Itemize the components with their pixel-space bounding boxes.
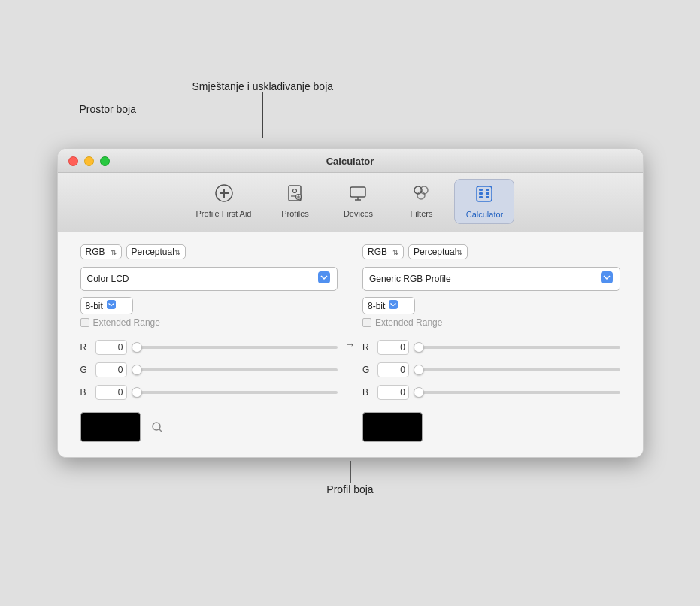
window-controls — [68, 156, 110, 166]
left-slider-r: R 0 — [80, 340, 338, 355]
svg-rect-27 — [601, 271, 613, 283]
svg-rect-19 — [479, 192, 483, 195]
right-g-value[interactable]: 0 — [377, 362, 409, 377]
right-sliders: R 0 G 0 — [362, 340, 620, 400]
left-g-value[interactable]: 0 — [95, 362, 127, 377]
profiles-icon — [285, 183, 305, 208]
right-r-thumb[interactable] — [414, 342, 424, 353]
right-colorspace-chevron: ⇅ — [392, 248, 398, 256]
panels-container: RGB ⇅ Perceptual ⇅ Color LCD — [73, 244, 628, 442]
left-slider-g: G 0 — [80, 362, 338, 377]
right-color-swatch — [362, 412, 423, 442]
left-bitdepth-chevron — [106, 299, 117, 312]
tab-devices[interactable]: Devices — [328, 179, 388, 224]
svg-rect-28 — [389, 300, 398, 309]
svg-rect-22 — [486, 196, 489, 198]
right-b-track[interactable] — [414, 391, 620, 394]
left-bitdepth-select[interactable]: 8-bit — [80, 297, 133, 314]
right-rendering-select[interactable]: Perceptual ⇅ — [408, 244, 468, 259]
right-bitdepth-select[interactable]: 8-bit — [362, 297, 415, 314]
left-extended-range: Extended Range — [80, 317, 338, 328]
right-r-label: R — [362, 342, 373, 353]
tab-label-calculator: Calculator — [466, 210, 504, 219]
left-slider-b: B 0 — [80, 385, 338, 400]
right-r-value[interactable]: 0 — [377, 340, 409, 355]
profile-first-aid-icon — [214, 183, 234, 208]
right-r-track[interactable] — [414, 346, 620, 349]
tab-label-profiles: Profiles — [281, 209, 309, 218]
left-r-value[interactable]: 0 — [95, 340, 127, 355]
minimize-button[interactable] — [84, 156, 94, 166]
left-sliders: R 0 G 0 — [80, 340, 338, 400]
right-b-value[interactable]: 0 — [377, 385, 409, 400]
toolbar: Profile First Aid Profiles — [58, 173, 643, 232]
left-search-button[interactable] — [148, 418, 166, 436]
tab-profiles[interactable]: Profiles — [265, 179, 325, 224]
left-g-thumb[interactable] — [132, 365, 142, 375]
left-g-track[interactable] — [132, 368, 338, 371]
right-g-thumb[interactable] — [414, 365, 424, 375]
window-title: Calculator — [326, 156, 374, 167]
svg-rect-24 — [107, 300, 116, 309]
left-g-label: G — [80, 365, 91, 375]
annotation-profil-boja: Profil boja — [326, 483, 373, 495]
left-bottom-row — [80, 412, 338, 442]
svg-rect-10 — [350, 187, 365, 197]
arrow-right-icon: → — [343, 334, 357, 353]
tab-label-devices: Devices — [344, 209, 373, 218]
left-b-thumb[interactable] — [132, 387, 142, 398]
right-colorspace-row: RGB ⇅ Perceptual ⇅ — [362, 244, 620, 259]
tab-profile-first-aid[interactable]: Profile First Aid — [186, 179, 262, 224]
tab-label-filters: Filters — [411, 209, 433, 218]
main-content: RGB ⇅ Perceptual ⇅ Color LCD — [58, 232, 643, 457]
right-profile-select[interactable]: Generic RGB Profile — [362, 267, 620, 291]
maximize-button[interactable] — [100, 156, 110, 166]
right-g-track[interactable] — [414, 368, 620, 371]
right-rendering-chevron: ⇅ — [456, 248, 462, 256]
left-r-label: R — [80, 342, 91, 353]
left-extended-range-checkbox[interactable] — [80, 318, 89, 327]
annotation-prostor-boja: Prostor boja — [80, 103, 136, 115]
left-b-track[interactable] — [132, 391, 338, 394]
svg-rect-21 — [479, 196, 483, 198]
left-b-label: B — [80, 387, 91, 398]
devices-icon — [348, 183, 368, 208]
svg-rect-20 — [486, 192, 489, 195]
left-profile-select[interactable]: Color LCD — [80, 267, 338, 291]
right-extended-range-checkbox[interactable] — [362, 318, 371, 327]
svg-point-4 — [293, 189, 297, 193]
right-slider-r: R 0 — [362, 340, 620, 355]
left-b-value[interactable]: 0 — [95, 385, 127, 400]
right-b-thumb[interactable] — [414, 387, 424, 398]
tab-calculator[interactable]: Calculator — [454, 179, 514, 224]
svg-rect-17 — [479, 189, 483, 191]
left-colorspace-chevron: ⇅ — [111, 248, 117, 256]
right-panel: RGB ⇅ Perceptual ⇅ Generic RGB Profile — [355, 244, 628, 442]
left-r-track[interactable] — [132, 346, 338, 349]
app-window: Calculator Profile First Aid — [57, 148, 644, 458]
left-colorspace-select[interactable]: RGB ⇅ — [80, 244, 122, 259]
right-profile-chevron — [600, 271, 614, 287]
right-g-label: G — [362, 365, 373, 375]
svg-point-25 — [153, 423, 160, 430]
calculator-icon — [474, 184, 494, 208]
left-r-thumb[interactable] — [132, 342, 142, 353]
panel-divider-container: → — [345, 244, 355, 442]
left-bitdepth-row: 8-bit — [80, 297, 338, 314]
svg-rect-18 — [486, 189, 489, 191]
page-container: Prostor boja Smještanje i usklađivanje b… — [57, 148, 644, 458]
filters-icon — [411, 183, 431, 208]
left-rendering-select[interactable]: Perceptual ⇅ — [126, 244, 186, 259]
tab-filters[interactable]: Filters — [391, 179, 451, 224]
left-colorspace-row: RGB ⇅ Perceptual ⇅ — [80, 244, 338, 259]
svg-line-26 — [159, 429, 162, 432]
left-rendering-chevron: ⇅ — [174, 248, 180, 256]
svg-rect-23 — [318, 271, 330, 283]
close-button[interactable] — [68, 156, 78, 166]
right-bitdepth-chevron — [388, 299, 398, 312]
right-bitdepth-row: 8-bit — [362, 297, 620, 314]
left-profile-chevron — [317, 271, 331, 287]
right-colorspace-select[interactable]: RGB ⇅ — [362, 244, 404, 259]
tab-label-profile-first-aid: Profile First Aid — [196, 209, 252, 218]
left-panel: RGB ⇅ Perceptual ⇅ Color LCD — [73, 244, 346, 442]
